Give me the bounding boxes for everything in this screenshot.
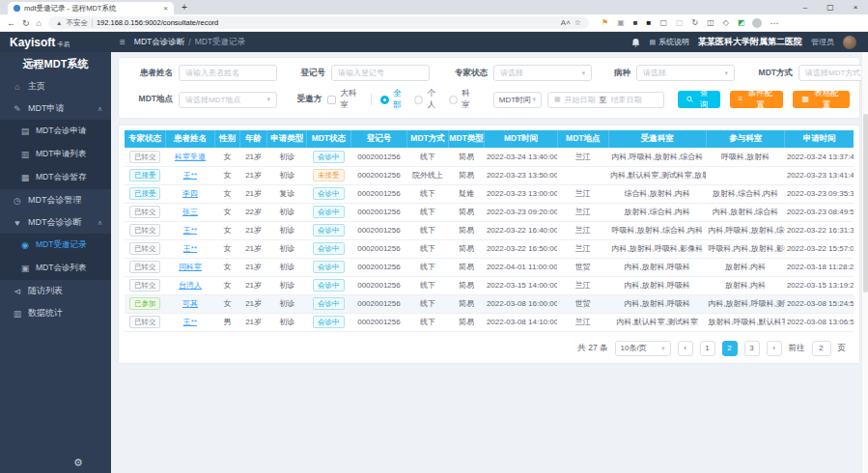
- cell-location: 兰江: [557, 221, 608, 239]
- time-field-select[interactable]: MDT时间 ▾: [493, 92, 542, 108]
- cell-invited: 内科,放射科,呼吸科,影像科: [608, 239, 706, 258]
- user-avatar[interactable]: [843, 36, 856, 49]
- mdt-location-placeholder: 请选择MDT地点: [185, 95, 240, 105]
- cell-age: 21岁: [239, 294, 267, 313]
- back-icon[interactable]: ←: [7, 18, 15, 28]
- close-button[interactable]: ×: [843, 0, 868, 14]
- browser-tab[interactable]: mdt受邀记录 - 远程MDT系统 ×: [8, 2, 174, 14]
- patient-name-link[interactable]: 同科室: [179, 263, 202, 271]
- page-size-select[interactable]: 10条/页 ▾: [615, 341, 671, 356]
- jump-page-input[interactable]: [812, 341, 831, 356]
- invitee-radio-2[interactable]: [449, 96, 458, 104]
- patient-name-link[interactable]: 王**: [183, 226, 197, 235]
- sidebar-item-mdt-consult-draft[interactable]: ▦MDT会诊暂存: [0, 166, 111, 189]
- favorite-icon[interactable]: ☆: [574, 18, 581, 27]
- system-help-link[interactable]: ▤ 系统说明: [649, 37, 689, 47]
- big-dept-checkbox[interactable]: [327, 96, 336, 104]
- cell-mdt_time: 2022-03-15 14:00:00: [485, 276, 558, 294]
- read-aloud-icon[interactable]: A˄: [561, 18, 571, 27]
- patient-name-link[interactable]: 可其: [182, 299, 198, 308]
- disease-select[interactable]: 请选择 ▾: [636, 65, 735, 81]
- expert-status-select[interactable]: 请选择 ▾: [493, 65, 592, 81]
- settings-gear-icon[interactable]: ⚙: [73, 457, 83, 469]
- cell-mdt_mode: 线下: [407, 184, 448, 203]
- invitee-radio-label-0[interactable]: 全部: [393, 88, 406, 111]
- split-screen-icon[interactable]: ◫: [707, 19, 714, 27]
- extension-flag-icon[interactable]: ⚑: [602, 19, 608, 27]
- refresh-icon[interactable]: ↻: [22, 18, 30, 28]
- sidebar-item-followup-list[interactable]: ⊲随访列表: [0, 280, 111, 302]
- bell-icon[interactable]: [631, 38, 640, 47]
- minimize-button[interactable]: –: [793, 0, 818, 14]
- mdt-mode-select[interactable]: 请选择MDT方式 ▾: [798, 65, 868, 81]
- mdt-location-select[interactable]: 请选择MDT地点 ▾: [179, 92, 277, 108]
- cell-expert_status: 已转交: [125, 203, 165, 221]
- big-dept-checkbox-label[interactable]: 大科室: [340, 88, 362, 111]
- prev-page-button[interactable]: ‹: [678, 341, 693, 356]
- cell-name: 李四: [165, 184, 214, 203]
- browser-essentials-icon[interactable]: ◇: [723, 19, 729, 27]
- browser-menu-icon[interactable]: ⋯: [770, 18, 779, 28]
- patient-name-link[interactable]: 张三: [182, 208, 198, 216]
- maximize-button[interactable]: ▢: [818, 0, 843, 14]
- cell-name: 科室受邀: [165, 148, 214, 166]
- cell-mdt_mode: 线下: [407, 239, 448, 258]
- scrollbar-thumb[interactable]: [863, 114, 868, 292]
- sidebar-item-mdt-apply[interactable]: ✎MDT申请∧: [0, 97, 111, 120]
- sidebar-item-mdt-manage[interactable]: ◷MDT会诊管理: [0, 189, 111, 211]
- date-range-picker[interactable]: ▦ 开始日期 至 结束日期: [547, 92, 664, 108]
- breadcrumb-section[interactable]: MDT会诊诊断: [134, 37, 184, 48]
- extension-copy-icon[interactable]: ▣: [617, 19, 625, 27]
- address-bar[interactable]: ▲ 不安全 192.168.0.156:9002/consultate/reco…: [48, 16, 589, 29]
- sync-icon[interactable]: ↻: [692, 19, 699, 27]
- cell-apply_time: 2022-03-08 15:24:58: [785, 294, 854, 313]
- cell-apply_type: 初诊: [267, 294, 307, 313]
- next-page-button[interactable]: ›: [767, 341, 782, 356]
- col-mdt_type: MDT类型: [448, 130, 485, 148]
- patient-name-link[interactable]: 台湾人: [179, 281, 202, 290]
- new-tab-button[interactable]: +: [182, 3, 187, 13]
- tab-close-icon[interactable]: ×: [163, 4, 168, 13]
- security-warning-icon: ▲: [56, 19, 62, 26]
- sidebar-item-statistics[interactable]: ▥数据统计: [0, 302, 111, 324]
- page-1-button[interactable]: 1: [700, 341, 715, 356]
- extension-gray-icon[interactable]: ▢: [659, 19, 667, 27]
- invitee-radio-label-1[interactable]: 个人: [427, 88, 439, 111]
- reg-no-input[interactable]: [331, 65, 430, 81]
- patient-name-link[interactable]: 王**: [183, 244, 197, 253]
- invitee-radio-1[interactable]: [414, 96, 423, 104]
- patient-name-link[interactable]: 王**: [183, 171, 197, 180]
- home-icon[interactable]: ⌂: [37, 18, 42, 28]
- page-3-button[interactable]: 3: [744, 341, 760, 356]
- patient-name-link[interactable]: 王**: [183, 318, 197, 326]
- patient-name-link[interactable]: 李四: [182, 189, 198, 198]
- patient-name-link[interactable]: 科室受邀: [175, 153, 206, 161]
- records-table-panel: 专家状态患者姓名性别年龄申请类型MDT状态登记号MDT方式MDT类型MDT时间M…: [118, 125, 860, 364]
- cell-apply_type: 初诊: [267, 203, 307, 221]
- extension-black-icon[interactable]: ■: [647, 19, 652, 27]
- profile-avatar[interactable]: [752, 18, 762, 28]
- sidebar-item-mdt-invite-record[interactable]: ◉MDT受邀记录: [0, 234, 111, 257]
- extension-dark-icon[interactable]: ■: [633, 19, 638, 27]
- sidebar-item-mdt-consult-apply[interactable]: ▤MDT会诊申请: [0, 120, 111, 143]
- scrollbar-track[interactable]: [861, 52, 868, 473]
- cell-invited: 内科,呼吸科,放射科,综合科: [608, 148, 706, 166]
- invitee-radio-0[interactable]: [380, 96, 389, 104]
- extension-color-icon[interactable]: ◩: [738, 19, 745, 27]
- sidebar-item-mdt-diagnose[interactable]: ♥MDT会诊诊断∧: [0, 211, 111, 234]
- sidebar-item-home[interactable]: ⌂主页: [0, 75, 111, 97]
- cell-participating: 放射科,内科: [706, 258, 785, 276]
- sidebar-collapse-icon[interactable]: ≡: [120, 37, 126, 47]
- cell-mdt_status: 会诊中: [307, 148, 350, 166]
- table-config-button[interactable]: ▦ 表格配置: [793, 91, 850, 108]
- patient-name-input[interactable]: [179, 65, 277, 81]
- sidebar-item-mdt-apply-list[interactable]: ▥MDT申请列表: [0, 143, 111, 166]
- search-button[interactable]: 查询: [678, 91, 719, 108]
- invitee-radio-label-2[interactable]: 科室: [462, 88, 474, 111]
- sidebar-item-mdt-consult-list[interactable]: ▣MDT会诊列表: [0, 257, 111, 280]
- page-2-button[interactable]: 2: [722, 341, 738, 356]
- extension-faint-icon[interactable]: ▢: [676, 19, 684, 27]
- condition-config-button[interactable]: ≡ 条件配置: [730, 91, 784, 108]
- cell-expert_status: 已转交: [125, 276, 165, 294]
- cell-invited: 内科,默认科室,测试科室: [608, 313, 706, 331]
